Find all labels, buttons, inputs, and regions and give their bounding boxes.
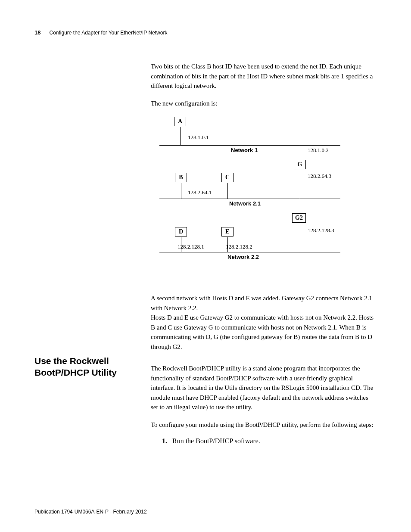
page-number: 18: [34, 29, 40, 36]
footer-publication: Publication 1794-UM066A-EN-P - February …: [34, 509, 147, 515]
chapter-title: Configure the Adapter for Your EtherNet/…: [49, 30, 167, 36]
node-g2: G2: [292, 213, 306, 223]
node-g: G: [294, 160, 306, 169]
ip-label: 128.2.128.1: [177, 243, 204, 250]
ip-label: 128.2.128.2: [226, 243, 252, 250]
bus-line: [159, 145, 340, 146]
stub-line: [300, 224, 300, 252]
stub-line: [180, 127, 181, 145]
list-item: 1. Run the BootP/DHCP software.: [162, 437, 377, 445]
stub-line: [181, 183, 181, 199]
page-header: 18 Configure the Adapter for Your EtherN…: [34, 29, 377, 36]
network-label: Network 1: [231, 147, 258, 153]
section-heading: Use the Rockwell BootP/DHCP Utility: [34, 355, 134, 379]
ip-label: 128.1.0.2: [308, 147, 329, 154]
node-a: A: [174, 117, 186, 126]
ip-label: 128.2.128.3: [308, 227, 334, 234]
paragraph: A second network with Hosts D and E was …: [151, 293, 377, 313]
network-diagram: A 128.1.0.1 128.1.0.2 Network 1 G 128.2.…: [159, 116, 349, 283]
ip-label: 128.2.64.3: [308, 173, 331, 180]
paragraph: The Rockwell BootP/DHCP utility is a sta…: [151, 364, 377, 412]
node-e: E: [221, 227, 234, 236]
bus-line: [159, 199, 340, 199]
stub-line: [300, 199, 300, 214]
node-b: B: [175, 173, 187, 182]
paragraph: The new configuration is:: [151, 99, 377, 109]
node-d: D: [175, 227, 187, 236]
step-text: Run the BootP/DHCP software.: [172, 437, 260, 445]
stub-line: [227, 183, 228, 199]
ip-label: 128.2.64.1: [188, 189, 212, 196]
network-label: Network 2.2: [227, 254, 259, 260]
ordered-list: 1. Run the BootP/DHCP software.: [162, 437, 377, 445]
step-number: 1.: [162, 437, 171, 445]
network-label: Network 2.1: [229, 200, 261, 207]
node-c: C: [221, 173, 234, 182]
stub-line: [300, 145, 300, 161]
stub-line: [300, 171, 300, 199]
paragraph: Hosts D and E use Gateway G2 to communic…: [151, 313, 377, 352]
ip-label: 128.1.0.1: [188, 134, 209, 141]
bus-line: [159, 252, 340, 252]
paragraph: Two bits of the Class B host ID have bee…: [151, 62, 377, 91]
paragraph: To configure your module using the BootP…: [151, 420, 377, 430]
